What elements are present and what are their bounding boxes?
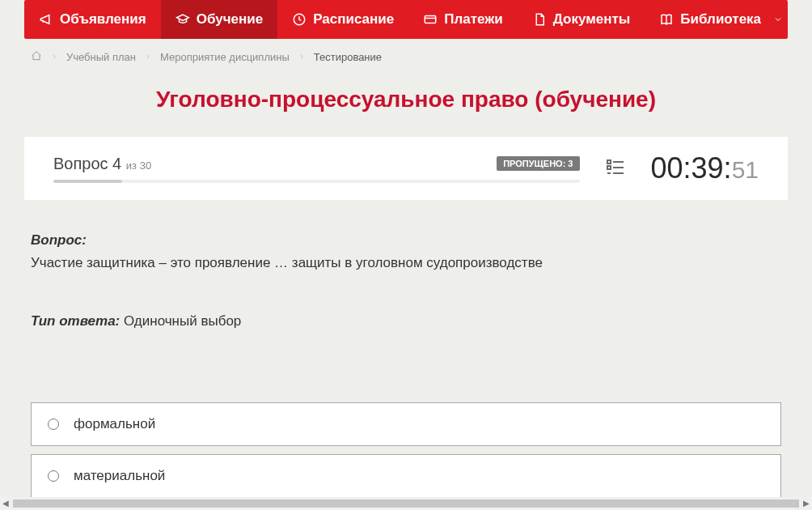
main-nav: Объявления Обучение Расписание Платежи Д… xyxy=(24,0,788,39)
graduation-cap-icon xyxy=(176,12,190,27)
scrollbar-thumb[interactable] xyxy=(13,499,799,508)
progress-bar xyxy=(53,180,580,183)
answer-options: формальной материальной как формальной, … xyxy=(31,402,781,497)
question-body: Вопрос: Участие защитника – это проявлен… xyxy=(24,200,788,354)
nav-payments[interactable]: Платежи xyxy=(408,0,518,39)
horizontal-scrollbar[interactable]: ◀ ▶ xyxy=(0,497,812,510)
breadcrumb-link[interactable]: Учебный план xyxy=(66,51,136,63)
nav-announcements[interactable]: Объявления xyxy=(24,0,161,39)
question-progress: Вопрос 4 из 30 ПРОПУЩЕНО: 3 xyxy=(53,155,580,183)
answer-radio[interactable] xyxy=(48,419,59,430)
scroll-left-arrow[interactable]: ◀ xyxy=(0,498,11,509)
chevron-down-icon xyxy=(771,12,785,27)
nav-library[interactable]: Библиотека xyxy=(645,0,800,39)
question-number-value: 4 xyxy=(112,155,121,172)
scrollbar-track[interactable] xyxy=(13,499,799,508)
timer-centiseconds: 51 xyxy=(732,156,759,184)
timer-seconds: 39 xyxy=(691,151,724,185)
answer-radio[interactable] xyxy=(48,470,59,482)
clock-icon xyxy=(292,12,307,27)
skipped-badge: ПРОПУЩЕНО: 3 xyxy=(497,156,579,171)
question-header-card: Вопрос 4 из 30 ПРОПУЩЕНО: 3 00 xyxy=(24,137,788,200)
question-of-word: из xyxy=(126,159,137,172)
nav-label: Платежи xyxy=(444,11,503,28)
answer-type-value: Одиночный выбор xyxy=(124,313,241,329)
breadcrumb-current: Тестирование xyxy=(314,51,382,63)
question-total: 30 xyxy=(140,159,151,172)
question-word: Вопрос xyxy=(53,155,108,172)
nav-schedule[interactable]: Расписание xyxy=(277,0,408,39)
credit-card-icon xyxy=(423,12,438,27)
megaphone-icon xyxy=(39,12,53,27)
nav-label: Расписание xyxy=(313,11,394,28)
answer-type-label: Тип ответа: xyxy=(31,313,120,329)
document-icon xyxy=(532,12,547,27)
question-list-button[interactable] xyxy=(604,157,627,180)
scroll-right-arrow[interactable]: ▶ xyxy=(801,498,812,509)
question-number: Вопрос 4 из 30 xyxy=(53,155,151,173)
answer-option-text: формальной xyxy=(74,416,155,432)
nav-label: Объявления xyxy=(60,11,146,28)
book-icon xyxy=(659,12,674,27)
answer-type-row: Тип ответа: Одиночный выбор xyxy=(31,313,781,329)
breadcrumb-link[interactable]: Мероприятие дисциплины xyxy=(160,51,290,63)
nav-education[interactable]: Обучение xyxy=(161,0,277,39)
question-label: Вопрос: xyxy=(31,232,781,249)
answer-option[interactable]: формальной xyxy=(31,402,781,446)
breadcrumb: Учебный план Мероприятие дисциплины Тест… xyxy=(24,39,788,72)
progress-fill xyxy=(53,180,122,183)
chevron-right-icon xyxy=(144,51,152,63)
svg-rect-4 xyxy=(607,166,611,169)
nav-label: Библиотека xyxy=(680,11,761,28)
timer: 00:39:51 xyxy=(651,151,759,185)
answer-option[interactable]: материальной xyxy=(31,454,781,497)
nav-label: Документы xyxy=(553,11,631,28)
breadcrumb-home[interactable] xyxy=(31,50,42,64)
svg-rect-2 xyxy=(607,160,611,164)
page-title: Уголовно-процессуальное право (обучение) xyxy=(24,87,788,113)
nav-documents[interactable]: Документы xyxy=(518,0,645,39)
chevron-right-icon xyxy=(298,51,306,63)
main-scroll-area[interactable]: Объявления Обучение Расписание Платежи Д… xyxy=(0,0,812,497)
svg-rect-1 xyxy=(425,16,436,23)
answer-option-text: материальной xyxy=(74,468,165,484)
timer-minutes: 00 xyxy=(651,151,683,185)
question-text: Участие защитника – это проявление … защ… xyxy=(31,253,781,273)
nav-label: Обучение xyxy=(197,11,263,28)
chevron-right-icon xyxy=(50,51,58,63)
